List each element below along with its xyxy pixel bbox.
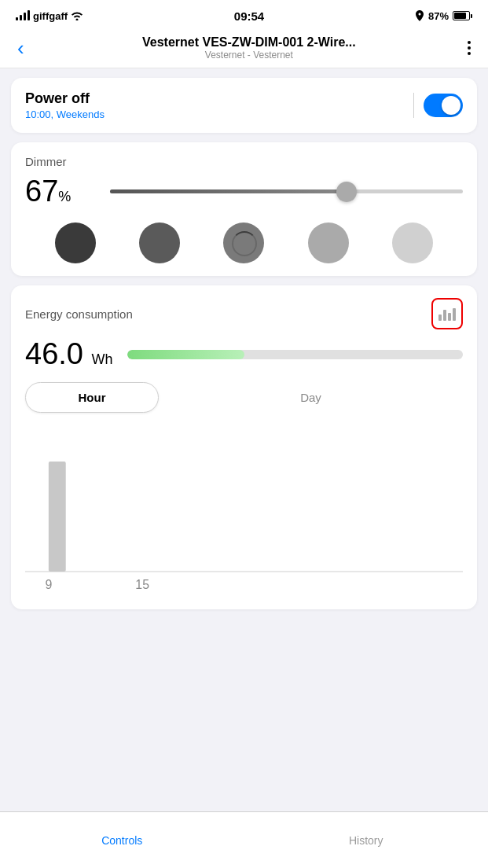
dimmer-slider[interactable]: [110, 189, 463, 193]
battery-icon: [453, 11, 472, 20]
energy-header: Energy consumption: [25, 298, 463, 329]
status-left: giffgaff: [16, 10, 83, 22]
slider-thumb[interactable]: [336, 182, 357, 202]
tab-bar: Controls History: [0, 811, 488, 868]
dimmer-unit: %: [58, 189, 71, 204]
tab-controls[interactable]: Controls: [0, 812, 244, 868]
energy-card: Energy consumption 46.0 Wh Hour: [11, 285, 477, 609]
energy-progress-fill: [127, 350, 245, 359]
status-bar: giffgaff 09:54 87%: [0, 0, 488, 28]
status-time: 09:54: [234, 9, 264, 23]
dimmer-row: 67%: [25, 175, 463, 208]
power-off-row: Power off 10:00, Weekends: [25, 90, 463, 120]
power-off-info: Power off 10:00, Weekends: [25, 90, 105, 120]
energy-unit: Wh: [92, 351, 113, 367]
chart-area: 9 15: [25, 424, 463, 597]
energy-value: 46.0 Wh: [25, 337, 113, 371]
spinner-icon: [232, 231, 254, 253]
power-off-schedule: 10:00, Weekends: [25, 108, 105, 120]
more-dot-1: [468, 41, 471, 44]
svg-text:15: 15: [135, 578, 149, 591]
period-toggle: Hour Day: [25, 382, 463, 413]
slider-fill: [110, 189, 347, 193]
header-title: Vesternet VES-ZW-DIM-001 2-Wire...: [35, 35, 463, 50]
spinner-overlay: [232, 231, 255, 255]
svg-text:9: 9: [45, 578, 52, 591]
tab-history-label: History: [349, 834, 383, 847]
energy-value-row: 46.0 Wh: [25, 337, 463, 371]
vertical-divider: [413, 93, 414, 118]
header: ‹ Vesternet VES-ZW-DIM-001 2-Wire... Ves…: [0, 28, 488, 68]
toggle-knob: [442, 96, 460, 115]
day-button[interactable]: Day: [159, 383, 463, 412]
location-icon: [415, 10, 424, 21]
dimmer-circles: [25, 223, 463, 263]
dimmer-circle-3-wrapper: [223, 223, 264, 263]
more-button[interactable]: [463, 38, 475, 58]
dimmer-circle-2[interactable]: [139, 223, 180, 263]
hour-button[interactable]: Hour: [25, 382, 159, 413]
dimmer-circle-5[interactable]: [392, 223, 433, 263]
power-toggle[interactable]: [424, 94, 463, 117]
header-title-block: Vesternet VES-ZW-DIM-001 2-Wire... Veste…: [35, 35, 463, 61]
battery-percent: 87%: [428, 10, 449, 22]
wifi-icon: [71, 11, 83, 20]
tab-history[interactable]: History: [244, 812, 489, 868]
header-subtitle: Vesternet - Vesternet: [35, 50, 463, 61]
power-off-card: Power off 10:00, Weekends: [11, 78, 477, 133]
dimmer-value: 67%: [25, 175, 96, 208]
back-button[interactable]: ‹: [13, 35, 29, 61]
power-off-right: [413, 93, 463, 118]
bar-chart-icon: [438, 307, 456, 321]
more-dot-2: [468, 46, 471, 50]
more-dot-3: [468, 52, 471, 55]
energy-label: Energy consumption: [25, 307, 133, 321]
dimmer-card: Dimmer 67%: [11, 142, 477, 276]
dimmer-circle-4[interactable]: [308, 223, 349, 263]
dimmer-circle-1[interactable]: [55, 223, 96, 263]
tab-controls-label: Controls: [101, 834, 142, 847]
power-off-title: Power off: [25, 90, 105, 107]
carrier-label: giffgaff: [33, 10, 68, 22]
energy-progress-bar: [127, 350, 463, 359]
chart-icon-button[interactable]: [431, 298, 463, 329]
bar-chart: 9 15: [25, 424, 463, 597]
dimmer-label: Dimmer: [25, 155, 463, 168]
signal-icon: [16, 11, 30, 20]
status-right: 87%: [415, 10, 472, 22]
svg-rect-1: [49, 462, 66, 572]
